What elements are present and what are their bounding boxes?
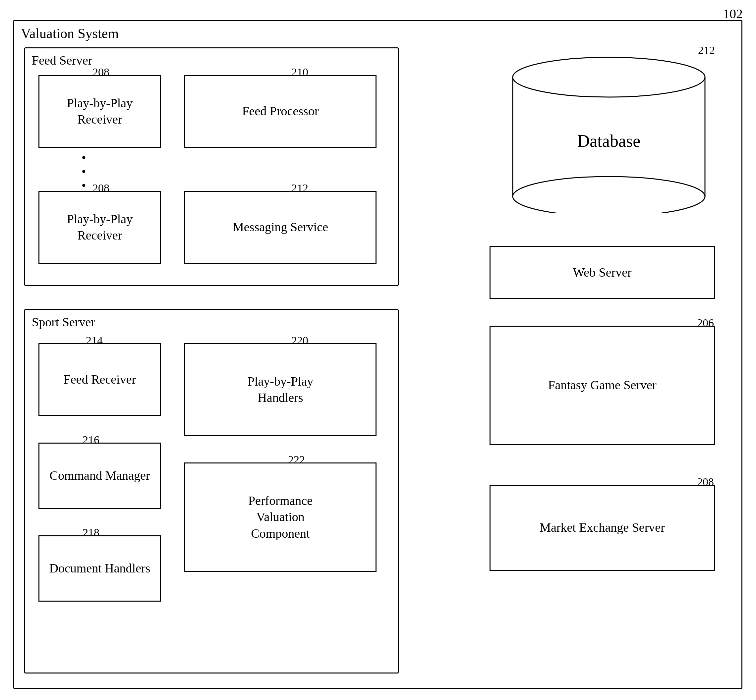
page-number: 102 — [723, 6, 743, 22]
sport-server-label: Sport Server — [32, 315, 95, 329]
fantasy-game-server-box: 206 Fantasy Game Server — [490, 326, 715, 445]
pbp-receiver-bottom-label: Play-by-PlayReceiver — [39, 192, 160, 263]
feed-server-box: Feed Server 208 Play-by-PlayReceiver 210… — [24, 47, 399, 286]
command-manager-label: Command Manager — [39, 444, 160, 508]
feed-receiver-label: Feed Receiver — [39, 344, 160, 415]
database-container: 212 Database — [503, 47, 715, 213]
sport-server-box: Sport Server 214 Feed Receiver 220 Play-… — [24, 309, 399, 673]
pbp-handlers-label: Play-by-PlayHandlers — [185, 344, 376, 435]
command-manager-number: 216 — [83, 434, 99, 446]
feed-server-label: Feed Server — [32, 53, 92, 67]
pbp-receiver-bottom-number: 208 — [92, 182, 110, 194]
messaging-service-label: Messaging Service — [185, 192, 376, 263]
pbp-handlers-box: 220 Play-by-PlayHandlers — [184, 343, 377, 436]
feed-processor-label: Feed Processor — [185, 76, 376, 147]
market-exchange-server-box: 208 Market Exchange Server — [490, 485, 715, 571]
feed-processor-number: 210 — [291, 66, 308, 78]
database-number: 212 — [698, 44, 715, 57]
fantasy-game-server-number: 206 — [697, 317, 714, 329]
pbp-receiver-bottom-box: 208 Play-by-PlayReceiver — [38, 191, 161, 264]
pbp-handlers-number: 220 — [291, 334, 308, 347]
valuation-system-box: Valuation System Feed Server 208 Play-by… — [13, 20, 742, 689]
pbp-receiver-top-box: 208 Play-by-PlayReceiver — [38, 75, 161, 148]
pbp-receiver-top-number: 208 — [92, 66, 110, 78]
svg-point-1 — [513, 177, 705, 213]
doc-handlers-number: 218 — [83, 527, 99, 539]
valuation-system-label: Valuation System — [21, 25, 119, 41]
doc-handlers-box: 218 Document Handlers — [38, 535, 161, 602]
perf-valuation-box: 222 PerformanceValuationComponent — [184, 462, 377, 572]
command-manager-box: 216 Command Manager — [38, 442, 161, 509]
svg-text:Database: Database — [578, 131, 641, 150]
feed-receiver-box: 214 Feed Receiver — [38, 343, 161, 416]
svg-point-2 — [513, 57, 705, 97]
market-exchange-server-number: 208 — [697, 476, 714, 488]
perf-valuation-label: PerformanceValuationComponent — [185, 464, 376, 571]
web-server-box: Web Server — [490, 246, 715, 299]
messaging-service-box: 212 Messaging Service — [184, 191, 377, 264]
database-cylinder: Database — [503, 47, 715, 213]
doc-handlers-label: Document Handlers — [39, 536, 160, 601]
web-server-label: Web Server — [490, 247, 714, 298]
pbp-receiver-top-label: Play-by-PlayReceiver — [39, 76, 160, 147]
messaging-service-number: 212 — [291, 182, 308, 194]
fantasy-game-server-label: Fantasy Game Server — [490, 327, 714, 444]
feed-processor-box: 210 Feed Processor — [184, 75, 377, 148]
market-exchange-server-label: Market Exchange Server — [490, 486, 714, 570]
feed-receiver-number: 214 — [86, 334, 103, 347]
dots: ••• — [81, 151, 86, 192]
perf-valuation-number: 222 — [288, 453, 305, 466]
